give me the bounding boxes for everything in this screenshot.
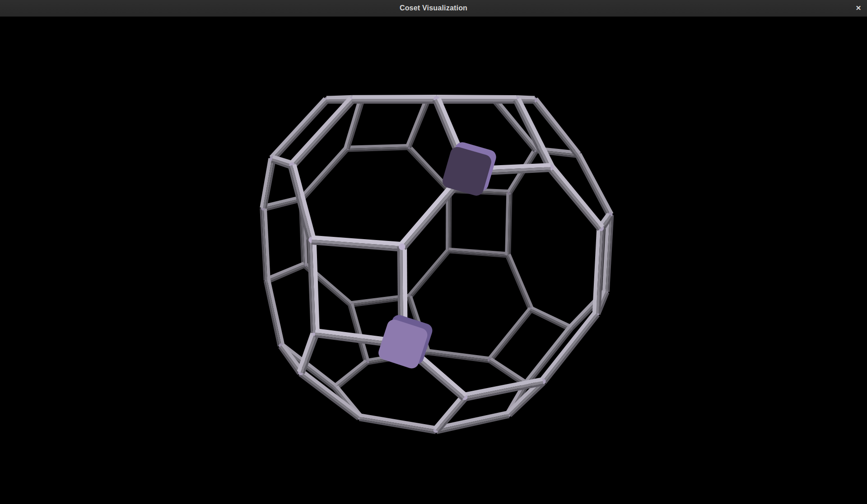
window-titlebar[interactable]: Coset Visualization ✕ xyxy=(0,0,867,17)
close-icon[interactable]: ✕ xyxy=(853,2,864,14)
coset-3d-canvas[interactable] xyxy=(0,17,867,504)
visualization-viewport xyxy=(0,17,867,504)
window-title: Coset Visualization xyxy=(400,4,467,12)
